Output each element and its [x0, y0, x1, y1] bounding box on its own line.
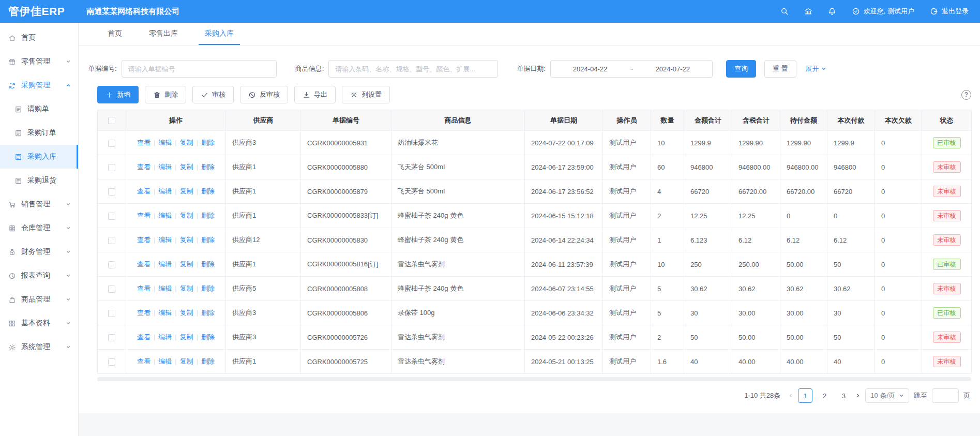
view-link[interactable]: 查看: [137, 357, 150, 365]
edit-link[interactable]: 编辑: [158, 260, 172, 268]
sidebar-item-basic-data[interactable]: 基本资料: [0, 311, 78, 335]
select-all-checkbox[interactable]: [108, 117, 115, 124]
search-button[interactable]: 查询: [726, 60, 756, 78]
tab-retail-outbound[interactable]: 零售出库: [143, 23, 184, 45]
view-link[interactable]: 查看: [137, 187, 150, 195]
view-link[interactable]: 查看: [137, 260, 150, 268]
column-settings-button[interactable]: 列设置: [342, 86, 390, 103]
copy-link[interactable]: 复制: [180, 139, 193, 146]
view-link[interactable]: 查看: [137, 139, 150, 146]
row-checkbox[interactable]: [108, 164, 115, 171]
row-checkbox[interactable]: [108, 213, 115, 220]
payable-cell: 30.62: [780, 277, 827, 301]
search-icon[interactable]: [780, 7, 789, 16]
copy-link[interactable]: 复制: [180, 187, 193, 195]
audit-button[interactable]: 审核: [192, 86, 234, 103]
sidebar-item-finance[interactable]: 财务管理: [0, 240, 78, 264]
sidebar-item-system[interactable]: 系统管理: [0, 335, 78, 359]
delete-link[interactable]: 删除: [201, 139, 215, 146]
edit-link[interactable]: 编辑: [158, 284, 172, 292]
date-to-value[interactable]: 2024-07-22: [656, 65, 690, 73]
copy-link[interactable]: 复制: [180, 309, 193, 317]
delete-link[interactable]: 删除: [201, 236, 215, 244]
sidebar-item-purchase-order[interactable]: 采购订单: [0, 121, 78, 145]
bill-no-input[interactable]: [122, 60, 277, 78]
sidebar-item-warehouse[interactable]: 仓库管理: [0, 216, 78, 240]
page-size-select[interactable]: 10 条/页: [865, 388, 909, 403]
copy-link[interactable]: 复制: [180, 212, 193, 219]
add-button[interactable]: 新增: [97, 86, 139, 103]
sidebar-item-retail[interactable]: 零售管理: [0, 50, 78, 73]
delete-link[interactable]: 删除: [201, 163, 215, 171]
row-checkbox[interactable]: [108, 310, 115, 317]
view-link[interactable]: 查看: [137, 236, 150, 244]
sidebar-item-purchase-request[interactable]: 请购单: [0, 97, 78, 121]
bell-icon[interactable]: [828, 7, 836, 16]
chevron-down-icon: [66, 273, 71, 278]
delete-link[interactable]: 删除: [201, 357, 215, 365]
copy-link[interactable]: 复制: [180, 236, 193, 244]
row-checkbox[interactable]: [108, 237, 115, 244]
horizontal-scrollbar[interactable]: [97, 377, 971, 381]
next-page-button[interactable]: [855, 393, 861, 398]
sidebar-item-purchase[interactable]: 采购管理: [0, 73, 78, 97]
view-link[interactable]: 查看: [137, 333, 150, 341]
bank-icon[interactable]: [804, 7, 812, 16]
expand-filters-link[interactable]: 展开: [806, 64, 826, 73]
copy-link[interactable]: 复制: [180, 333, 193, 341]
edit-link[interactable]: 编辑: [158, 187, 172, 195]
sidebar-item-label: 仓库管理: [21, 223, 66, 233]
delete-link[interactable]: 删除: [201, 212, 215, 219]
row-checkbox[interactable]: [108, 261, 115, 268]
row-checkbox[interactable]: [108, 140, 115, 147]
row-checkbox[interactable]: [108, 188, 115, 196]
view-link[interactable]: 查看: [137, 212, 150, 219]
unaudit-button[interactable]: 反审核: [240, 86, 288, 103]
reset-button[interactable]: 重 置: [764, 60, 796, 78]
prev-page-button[interactable]: [788, 393, 793, 398]
page-button-2[interactable]: 2: [817, 388, 832, 403]
date-range-picker[interactable]: 2024-04-22 ~ 2024-07-22: [550, 60, 713, 78]
edit-link[interactable]: 编辑: [158, 309, 172, 317]
edit-link[interactable]: 编辑: [158, 212, 172, 219]
sidebar-item-home[interactable]: 首页: [0, 26, 78, 50]
logout-button[interactable]: 退出登录: [930, 7, 969, 16]
view-link[interactable]: 查看: [137, 309, 150, 317]
row-checkbox[interactable]: [108, 358, 115, 366]
page-button-3[interactable]: 3: [836, 388, 851, 403]
copy-link[interactable]: 复制: [180, 357, 193, 365]
delete-link[interactable]: 删除: [201, 284, 215, 292]
sidebar-item-purchase-inbound[interactable]: 采购入库: [0, 145, 78, 169]
edit-link[interactable]: 编辑: [158, 139, 172, 146]
product-info-input[interactable]: [328, 60, 498, 78]
sidebar-item-purchase-return[interactable]: 采购退货: [0, 169, 78, 192]
page-button-1[interactable]: 1: [798, 388, 812, 403]
copy-link[interactable]: 复制: [180, 260, 193, 268]
help-icon[interactable]: ?: [961, 90, 971, 100]
export-button[interactable]: 导出: [294, 86, 336, 103]
view-link[interactable]: 查看: [137, 284, 150, 292]
row-checkbox[interactable]: [108, 334, 115, 341]
sidebar-item-reports[interactable]: 报表查询: [0, 264, 78, 288]
sidebar-item-goods[interactable]: 商品管理: [0, 288, 78, 311]
row-checkbox[interactable]: [108, 285, 115, 293]
view-link[interactable]: 查看: [137, 163, 150, 171]
delete-link[interactable]: 删除: [201, 333, 215, 341]
tab-home[interactable]: 首页: [101, 23, 128, 45]
app-logo[interactable]: 管伊佳ERP: [8, 4, 65, 19]
welcome-user[interactable]: 欢迎您, 测试用户: [852, 7, 914, 16]
delete-link[interactable]: 删除: [201, 260, 215, 268]
delete-button[interactable]: 删除: [145, 86, 186, 103]
edit-link[interactable]: 编辑: [158, 333, 172, 341]
delete-link[interactable]: 删除: [201, 309, 215, 317]
edit-link[interactable]: 编辑: [158, 163, 172, 171]
copy-link[interactable]: 复制: [180, 284, 193, 292]
delete-link[interactable]: 删除: [201, 187, 215, 195]
edit-link[interactable]: 编辑: [158, 357, 172, 365]
sidebar-item-sales[interactable]: 销售管理: [0, 192, 78, 216]
tab-purchase-inbound[interactable]: 采购入库: [199, 23, 240, 45]
edit-link[interactable]: 编辑: [158, 236, 172, 244]
jump-page-input[interactable]: [932, 388, 959, 403]
copy-link[interactable]: 复制: [180, 163, 193, 171]
date-from-value[interactable]: 2024-04-22: [573, 65, 608, 73]
